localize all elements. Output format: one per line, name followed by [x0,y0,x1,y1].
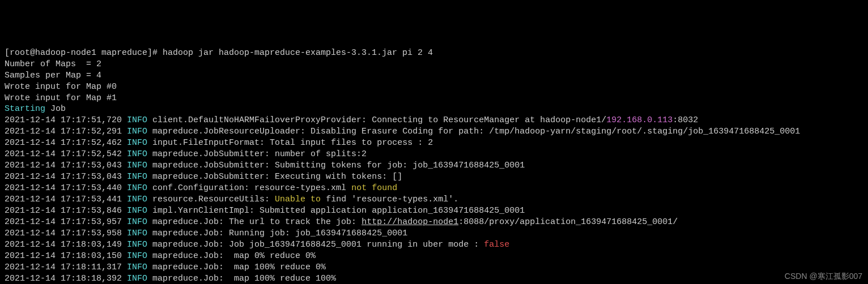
log-message: :8032 [673,115,698,125]
log-level: INFO [127,206,147,216]
log-message: mapreduce.Job: Job job_1639471688425_000… [147,240,484,249]
log-timestamp: 2021-12-14 17:18:03,149 [5,240,127,249]
watermark: CSDN @寒江孤影007 [785,271,862,282]
log-message: impl.YarnClientImpl: Submitted applicati… [147,206,525,216]
log-level: INFO [127,127,147,136]
log-level: INFO [127,138,147,148]
output-line: Number of Maps = 2 [5,59,101,69]
log-level: INFO [127,263,147,272]
log-message: mapreduce.Job: map 100% reduce 100% [147,274,336,283]
log-message: resource.ResourceUtils: [147,195,275,204]
shell-command: hadoop jar hadoop-mapreduce-examples-3.3… [163,48,433,58]
log-message: mapreduce.JobSubmitter: Executing with t… [147,172,402,182]
log-timestamp: 2021-12-14 17:17:51,720 [5,115,127,125]
terminal-output: [root@hadoop-node1 mapreduce]# hadoop ja… [5,48,863,284]
log-timestamp: 2021-12-14 17:17:53,846 [5,206,127,216]
log-timestamp: 2021-12-14 17:17:52,462 [5,138,127,148]
log-level: INFO [127,161,147,170]
log-message: mapreduce.Job: map 100% reduce 0% [147,263,326,272]
log-message: mapreduce.Job: Running job: job_16394716… [147,229,407,238]
log-highlight: Unable to [275,195,321,204]
starting-keyword: Starting [5,104,45,114]
shell-prompt: [root@hadoop-node1 mapreduce]# [5,48,163,58]
log-timestamp: 2021-12-14 17:17:53,043 [5,172,127,182]
log-timestamp: 2021-12-14 17:18:11,317 [5,263,127,272]
log-level: INFO [127,183,147,193]
output-line: Wrote input for Map #1 [5,93,117,103]
output-line: Wrote input for Map #0 [5,82,117,92]
log-level: INFO [127,172,147,182]
log-level: INFO [127,217,147,227]
log-message: mapreduce.Job: The url to track the job: [147,217,361,227]
log-highlight: false [484,240,509,249]
log-message: input.FileInputFormat: Total input files… [147,138,433,148]
log-message: client.DefaultNoHARMFailoverProxyProvide… [147,115,606,125]
log-timestamp: 2021-12-14 17:17:53,958 [5,229,127,238]
log-message: mapreduce.JobResourceUploader: Disabling… [147,127,800,136]
log-message: find 'resource-types.xml'. [321,195,458,204]
log-message: mapreduce.JobSubmitter: number of splits… [147,149,367,159]
log-timestamp: 2021-12-14 17:17:53,441 [5,195,127,204]
log-message: :8088/proxy/application_1639471688425_00… [458,217,678,227]
log-level: INFO [127,251,147,261]
log-level: INFO [127,195,147,204]
output-line: Job [45,104,66,114]
log-timestamp: 2021-12-14 17:17:52,542 [5,149,127,159]
output-line: Samples per Map = 4 [5,71,101,80]
log-level: INFO [127,274,147,283]
log-timestamp: 2021-12-14 17:17:52,291 [5,127,127,136]
log-message: mapreduce.JobSubmitter: Submitting token… [147,161,525,170]
log-timestamp: 2021-12-14 17:17:53,043 [5,161,127,170]
log-timestamp: 2021-12-14 17:17:53,957 [5,217,127,227]
log-level: INFO [127,229,147,238]
log-level: INFO [127,240,147,249]
tracking-url[interactable]: http://hadoop-node1 [361,217,458,227]
log-timestamp: 2021-12-14 17:18:03,150 [5,251,127,261]
log-highlight: not found [351,183,397,193]
ip-address: 192.168.0.113 [606,115,673,125]
log-message: mapreduce.Job: map 0% reduce 0% [147,251,316,261]
log-timestamp: 2021-12-14 17:18:18,392 [5,274,127,283]
log-message: conf.Configuration: resource-types.xml [147,183,351,193]
log-level: INFO [127,149,147,159]
log-level: INFO [127,115,147,125]
log-timestamp: 2021-12-14 17:17:53,440 [5,183,127,193]
